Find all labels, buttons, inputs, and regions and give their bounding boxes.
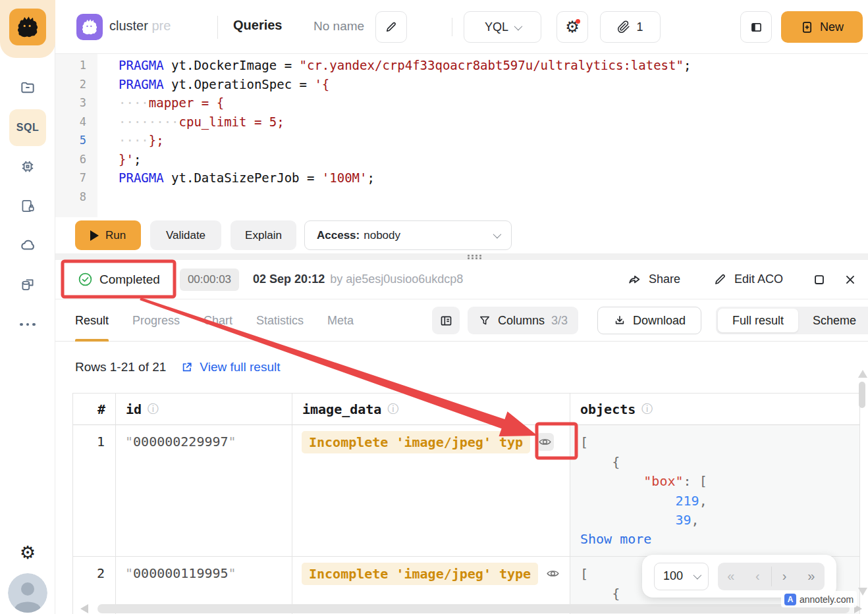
cluster-logo[interactable] <box>76 14 103 40</box>
access-selector[interactable]: Access: nobody <box>304 220 512 250</box>
layout-toggle-button[interactable] <box>432 307 460 334</box>
segment-scheme[interactable]: Scheme <box>798 309 868 332</box>
table-row: 1"000000229997"Incomplete 'image/jpeg' t… <box>73 425 860 557</box>
vscroll-down-arrow[interactable] <box>858 588 867 596</box>
query-settings-button[interactable]: ⚙ <box>556 11 588 43</box>
column-header[interactable]: objectsⓘ <box>570 394 860 425</box>
sidebar-item-navigation[interactable] <box>9 72 46 103</box>
share-button[interactable]: Share <box>627 272 680 287</box>
id-cell: "000000229997" <box>116 425 292 556</box>
segment-full-result[interactable]: Full result <box>718 309 798 332</box>
tab-progress[interactable]: Progress <box>132 299 180 342</box>
chevron-down-icon <box>514 22 523 30</box>
next-page-button[interactable]: › <box>771 569 798 584</box>
line-number: 8 <box>55 188 97 207</box>
column-header[interactable]: # <box>73 394 116 425</box>
code-line[interactable] <box>119 188 868 207</box>
download-button[interactable]: Download <box>597 307 701 334</box>
language-selector[interactable]: YQL <box>464 11 541 43</box>
sidebar-item-cloud[interactable] <box>9 230 46 261</box>
close-results-button[interactable] <box>843 272 857 287</box>
avatar-icon <box>8 573 47 613</box>
play-icon <box>90 230 99 241</box>
eye-icon <box>538 435 552 449</box>
panel-toggle-button[interactable] <box>740 11 772 43</box>
sidebar-item-acl[interactable] <box>9 190 46 222</box>
code-line[interactable]: PRAGMA yt.DataSizePerJob = '100M'; <box>119 168 868 188</box>
column-header[interactable]: image_dataⓘ <box>292 394 570 425</box>
maximize-button[interactable] <box>812 272 827 287</box>
cluster-name[interactable]: cluster pre <box>109 18 171 34</box>
table-header: #idⓘimage_dataⓘobjectsⓘ <box>73 394 860 425</box>
access-value: nobody <box>364 229 400 242</box>
rename-query-button[interactable] <box>375 11 407 43</box>
drag-handle-icon <box>468 255 483 259</box>
notification-dot <box>576 19 580 24</box>
code-line[interactable]: ····mapper = { <box>119 93 868 113</box>
tab-chart[interactable]: Chart <box>203 299 232 342</box>
settings-button[interactable]: ⚙ <box>0 537 55 569</box>
id-value: 000000229997 <box>133 434 229 449</box>
tab-statistics[interactable]: Statistics <box>256 299 304 342</box>
prev-page-button[interactable]: ‹ <box>744 569 771 584</box>
hscroll-left-arrow[interactable] <box>80 604 88 613</box>
app-logo[interactable] <box>9 9 46 45</box>
result-view-toggle: Full result Scheme <box>716 307 868 334</box>
run-button[interactable]: Run <box>75 220 141 250</box>
gear-icon: ⚙ <box>20 542 36 563</box>
json-token: { <box>612 454 620 470</box>
validate-button[interactable]: Validate <box>150 220 221 250</box>
column-label: # <box>97 401 105 417</box>
info-icon[interactable]: ⓘ <box>641 401 653 417</box>
new-query-button[interactable]: New <box>781 11 863 43</box>
first-page-button[interactable]: « <box>718 569 745 584</box>
columns-filter-button[interactable]: Columns 3/3 <box>468 307 578 334</box>
view-cell-button[interactable] <box>544 565 562 582</box>
column-header[interactable]: idⓘ <box>116 394 292 425</box>
splitter-handle[interactable] <box>55 253 868 260</box>
editor-code[interactable]: PRAGMA yt.DockerImage = "cr.yandex/crp4f… <box>119 56 868 206</box>
vertical-scrollbar[interactable] <box>859 382 865 408</box>
user-avatar[interactable] <box>8 573 47 613</box>
column-label: objects <box>580 401 636 417</box>
code-line[interactable]: PRAGMA yt.DockerImage = "cr.yandex/crp4f… <box>119 56 868 75</box>
attachments-button[interactable]: 1 <box>600 11 661 43</box>
page-size-select[interactable]: 100 <box>654 563 709 590</box>
last-page-button[interactable]: » <box>798 569 825 584</box>
view-cell-button[interactable] <box>536 433 554 451</box>
show-more-link[interactable]: Show more <box>580 531 651 547</box>
sidebar-item-scheduling[interactable] <box>9 151 46 182</box>
code-token: '100M' <box>322 170 367 185</box>
sidebar: SQL <box>0 0 55 614</box>
json-token: 39 <box>676 512 692 528</box>
tab-meta[interactable]: Meta <box>327 299 354 342</box>
sidebar-item-more[interactable] <box>9 309 46 340</box>
code-token: ; <box>367 170 375 185</box>
divider <box>771 567 772 586</box>
json-token: , <box>692 512 699 528</box>
vscroll-up-arrow[interactable] <box>858 370 867 378</box>
folder-icon <box>19 79 36 96</box>
explain-button[interactable]: Explain <box>231 220 296 250</box>
horizontal-scrollbar[interactable] <box>97 604 850 613</box>
edit-aco-button[interactable]: Edit ACO <box>713 272 783 286</box>
tab-result[interactable]: Result <box>75 299 109 342</box>
author: by aje5esj0usioo6ukdcp8 <box>330 272 463 286</box>
attachments-count: 1 <box>636 20 643 34</box>
code-line[interactable]: ········cpu_limit = 5; <box>119 113 868 132</box>
info-icon[interactable]: ⓘ <box>148 401 159 417</box>
line-number: 7 <box>55 168 97 188</box>
sidebar-item-queries[interactable]: SQL <box>9 109 46 146</box>
info-icon[interactable]: ⓘ <box>387 401 398 417</box>
sidebar-item-tablets[interactable] <box>9 269 46 301</box>
run-bar: Run Validate Explain Access: nobody <box>55 217 868 253</box>
view-full-result-link[interactable]: View full result <box>180 360 280 374</box>
file-plus-icon <box>800 20 814 34</box>
query-editor[interactable]: 12345678 PRAGMA yt.DockerImage = "cr.yan… <box>55 54 868 217</box>
json-token: "box" <box>643 473 683 489</box>
code-line[interactable]: }'; <box>119 150 868 169</box>
code-line[interactable]: ····}; <box>119 131 868 150</box>
json-token: [ <box>580 434 588 450</box>
code-token: yt.OperationSpec = <box>164 77 315 91</box>
code-line[interactable]: PRAGMA yt.OperationSpec = '{ <box>119 75 868 94</box>
